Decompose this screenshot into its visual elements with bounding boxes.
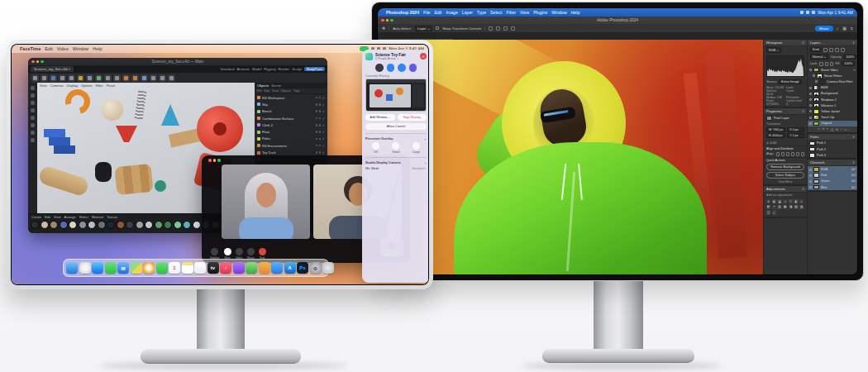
adjustment-icon[interactable]: ◫	[766, 210, 770, 214]
dock-icon[interactable]	[322, 262, 334, 274]
material-swatch[interactable]	[69, 221, 77, 229]
adjustment-icon[interactable]: ◩	[766, 205, 770, 209]
viewport-menu-item[interactable]: Filter	[96, 83, 103, 88]
align-v-centers-icon[interactable]	[796, 152, 799, 156]
material-swatch[interactable]	[50, 221, 58, 229]
material-menu-item[interactable]: Material	[92, 215, 103, 219]
material-menu-item[interactable]: View	[54, 215, 61, 219]
adjustment-icon[interactable]: ◧	[794, 199, 798, 203]
layout-tab[interactable]: Animate	[237, 67, 250, 71]
c4d-side-icon[interactable]	[31, 138, 35, 142]
wifi-icon[interactable]	[800, 11, 804, 14]
menu-item[interactable]: Select	[490, 10, 502, 15]
menu-item[interactable]: Filter	[506, 10, 516, 15]
dock-icon[interactable]	[233, 262, 245, 274]
menubar-clock[interactable]: Mon Apr 1 9:41 AM	[818, 10, 853, 15]
visibility-dot[interactable]	[316, 124, 318, 126]
adjustment-icon[interactable]: ☀	[766, 199, 770, 203]
object-manager-menu-item[interactable]: View	[272, 89, 279, 93]
material-swatch[interactable]	[183, 221, 191, 229]
adjustment-icon[interactable]: ▧	[794, 205, 798, 209]
c4d-side-icon[interactable]	[31, 116, 35, 120]
c4d-tool-icon[interactable]	[31, 74, 39, 82]
align-center-icon[interactable]	[496, 26, 500, 31]
layer-row[interactable]: Vibrance 1	[808, 103, 857, 108]
c4d-side-icon[interactable]	[31, 86, 35, 90]
facetime-control[interactable]: Video	[236, 248, 243, 260]
path-row[interactable]: Path 3	[808, 152, 857, 158]
c4d-tool-icon[interactable]	[150, 74, 157, 82]
end-call-button[interactable]: ✕	[420, 53, 427, 60]
material-swatch[interactable]	[41, 221, 49, 229]
c4d-tool-icon[interactable]	[77, 74, 84, 82]
align-left-edges-icon[interactable]	[776, 152, 780, 156]
material-swatch[interactable]	[117, 221, 125, 229]
align-top-icon[interactable]	[511, 26, 515, 31]
view-more-button[interactable]: View More	[764, 179, 807, 184]
viewport-menu-item[interactable]: View	[40, 83, 47, 88]
dock-icon[interactable]	[182, 262, 193, 274]
camera-section-label[interactable]: Studio Display Camera	[365, 160, 400, 165]
layout-tab[interactable]: Rigging	[264, 67, 275, 71]
app-menu[interactable]: FaceTime	[20, 46, 41, 51]
dock-icon[interactable]	[246, 262, 257, 274]
transform-field[interactable]: X: 0 px	[787, 127, 804, 132]
material-swatch[interactable]	[31, 221, 39, 229]
transform-field[interactable]: Y: 0 px	[787, 133, 804, 138]
adjustment-icon[interactable]: ▽	[789, 199, 793, 203]
layer-row[interactable]: Smart Filters	[808, 73, 857, 79]
render-dot[interactable]	[319, 138, 322, 141]
lock-transparent-icon[interactable]	[819, 62, 823, 66]
c4d-document-tab[interactable]: Science_toy_Set.c4d ×	[31, 66, 74, 72]
call-participants[interactable]: 2 People Active ⌄	[375, 57, 406, 60]
layout-tab[interactable]: Render	[279, 67, 290, 71]
adjustment-icon[interactable]: ◐	[799, 199, 804, 203]
object-row[interactable]: Floor ✓	[255, 128, 327, 135]
layout-tab[interactable]: Model	[252, 67, 261, 71]
align-right-edges-icon[interactable]	[786, 152, 789, 156]
quick-action-button[interactable]: Remove Background	[766, 164, 804, 170]
lock-all-icon[interactable]	[830, 62, 833, 66]
c4d-tool-icon[interactable]	[168, 74, 175, 82]
menu-item[interactable]: Edit	[434, 10, 441, 15]
object-manager-tab[interactable]: Objects	[257, 83, 269, 88]
toolbar-icon[interactable]: ≡	[851, 26, 853, 31]
c4d-tool-icon[interactable]	[50, 74, 57, 82]
dock-icon[interactable]: 1	[169, 262, 180, 274]
visibility-eye-icon[interactable]	[809, 87, 812, 89]
dock-icon[interactable]: ✉	[117, 262, 129, 274]
layer-row[interactable]: Street Vibes fx	[808, 67, 857, 73]
menu-item[interactable]: Edit	[45, 46, 52, 51]
visibility-dot[interactable]	[316, 97, 318, 99]
adjustment-icon[interactable]: ▥	[777, 205, 781, 209]
visibility-eye-icon[interactable]	[809, 174, 812, 177]
object-manager-menu-item[interactable]: Objects	[281, 89, 291, 93]
enabled-check-icon[interactable]: ✓	[322, 150, 325, 155]
visibility-dot[interactable]	[316, 145, 318, 147]
rotation-field[interactable]: ∠ 0.00°	[764, 140, 807, 145]
dock-icon[interactable]: tv	[207, 262, 219, 274]
zoom-icon[interactable]	[217, 159, 221, 162]
transform-controls-checkbox[interactable]	[436, 26, 439, 30]
object-row[interactable]: Sky ✓	[255, 101, 327, 107]
layers-footer-icon[interactable]: fx	[823, 127, 825, 131]
dock-icon[interactable]: ⚙	[310, 262, 322, 274]
render-dot[interactable]	[319, 131, 322, 133]
layers-footer-icon[interactable]: +	[840, 127, 842, 131]
close-icon[interactable]	[208, 159, 212, 162]
move-tool-icon[interactable]: ✥	[382, 26, 385, 31]
enabled-check-icon[interactable]: ✓	[322, 103, 325, 107]
layer-row[interactable]: Touch Up	[808, 115, 857, 121]
dock-icon[interactable]	[156, 262, 168, 274]
canvas[interactable]	[378, 40, 763, 274]
layer-row[interactable]: B&W	[808, 85, 857, 91]
visibility-eye-icon[interactable]	[809, 186, 812, 188]
menu-item[interactable]: Window	[73, 46, 89, 51]
quick-action-button[interactable]: Select Subject	[766, 172, 804, 179]
c4d-tool-icon[interactable]	[68, 74, 75, 82]
menu-item[interactable]: Plugins	[533, 10, 547, 15]
menu-item[interactable]: Layer	[462, 10, 473, 15]
minimize-icon[interactable]	[213, 159, 217, 162]
render-dot[interactable]	[319, 145, 322, 147]
adjustment-icon[interactable]: ▤	[772, 199, 776, 203]
